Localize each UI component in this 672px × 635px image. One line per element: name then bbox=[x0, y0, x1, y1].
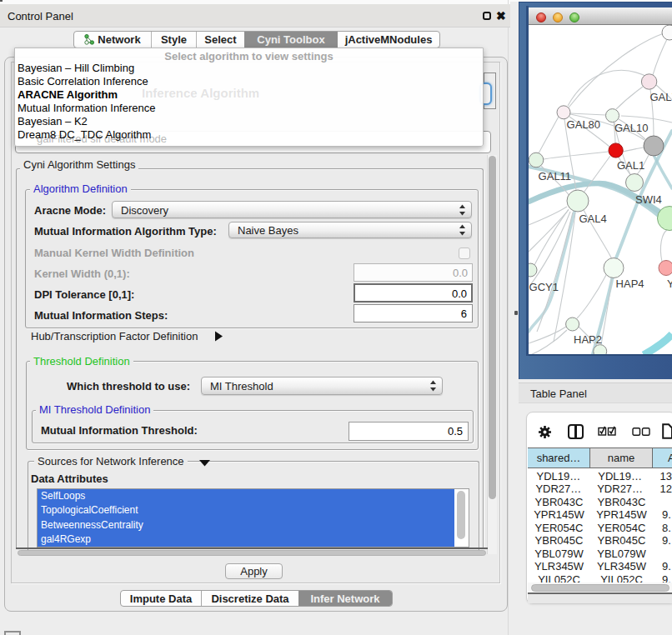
svg-text:GAL10: GAL10 bbox=[614, 122, 648, 134]
svg-text:Y: Y bbox=[667, 278, 672, 290]
svg-text:GAL80: GAL80 bbox=[567, 118, 600, 131]
svg-text:GCY1: GCY1 bbox=[529, 281, 559, 293]
svg-text:HAP2: HAP2 bbox=[574, 333, 602, 346]
svg-text:GAL11: GAL11 bbox=[539, 170, 572, 182]
svg-text:GAL1: GAL1 bbox=[617, 159, 644, 172]
svg-text:GAL4: GAL4 bbox=[579, 212, 607, 225]
svg-text:GAL7: GAL7 bbox=[650, 91, 672, 103]
svg-text:SWI4: SWI4 bbox=[635, 193, 662, 206]
svg-text:HAP4: HAP4 bbox=[616, 278, 644, 290]
